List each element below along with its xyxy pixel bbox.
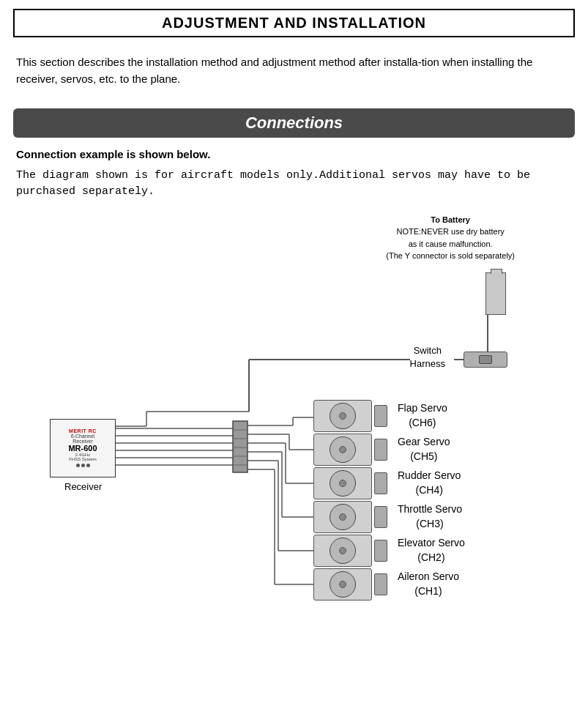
servo-aileron-horn (330, 571, 356, 598)
servo-gear-connector (374, 439, 387, 461)
servo-throttle-connector (374, 506, 387, 528)
servo-elevator-horn (330, 538, 356, 564)
receiver-component: MERIT RC 6-Channel Receiver MR-600 2.4GH… (50, 419, 116, 477)
battery-note-title: To Battery (386, 214, 515, 226)
connection-example-label: Connection example is shown below. (16, 148, 572, 160)
receiver-dot-3 (86, 464, 90, 467)
receiver-system: FHSS System (69, 457, 97, 461)
servo-aileron: Aileron Servo (CH1) (313, 568, 459, 601)
section-title: Connections (13, 114, 575, 133)
servo-throttle: Throttle Servo (CH3) (313, 501, 462, 533)
diagram-note: The diagram shown is for aircraft models… (16, 168, 572, 201)
servo-elevator: Elevator Servo (CH2) (313, 535, 465, 567)
battery-note-line3: (The Y connector is sold separately) (386, 250, 515, 262)
servo-aileron-label: Aileron Servo (CH1) (398, 570, 459, 598)
page-title: ADJUSTMENT AND INSTALLATION (15, 15, 573, 31)
servo-throttle-label: Throttle Servo (CH3) (398, 502, 462, 531)
servo-throttle-horn (330, 504, 356, 530)
servo-rudder-horn (330, 470, 356, 497)
servo-aileron-horn-center (339, 581, 346, 588)
receiver-indicators (76, 464, 90, 467)
servo-gear-body (313, 434, 372, 466)
servo-throttle-body (313, 501, 372, 533)
servo-elevator-body (313, 535, 372, 567)
intro-text: This section describes the installation … (16, 53, 572, 88)
servo-elevator-horn-center (339, 547, 346, 554)
receiver-brand: MERIT RC (69, 428, 97, 434)
servo-aileron-connector (374, 573, 387, 595)
switch-harness-line1: Switch (410, 344, 445, 357)
svg-rect-10 (233, 421, 248, 472)
servo-flap: Flap Servo (CH6) (313, 400, 447, 432)
battery-note-line1: NOTE:NEVER use dry battery (386, 226, 515, 238)
receiver-dot-2 (81, 464, 85, 467)
switch-harness-line2: Harness (410, 357, 445, 371)
page-header: ADJUSTMENT AND INSTALLATION (13, 9, 575, 37)
battery-component (485, 272, 506, 315)
servo-gear: Gear Servo (CH5) (313, 434, 450, 466)
receiver-dot-1 (76, 464, 80, 467)
receiver-inner: MERIT RC 6-Channel Receiver MR-600 2.4GH… (51, 420, 115, 477)
servo-rudder-body (313, 467, 372, 499)
battery-note: To Battery NOTE:NEVER use dry battery as… (386, 214, 515, 262)
switch-harness-label: Switch Harness (410, 344, 445, 371)
servo-flap-label: Flap Servo (CH6) (398, 401, 447, 430)
diagram-area: To Battery NOTE:NEVER use dry battery as… (0, 214, 588, 595)
servo-flap-horn-center (339, 412, 346, 420)
servo-flap-horn (330, 403, 356, 429)
servo-flap-connector (374, 405, 387, 427)
receiver-model: MR-600 (68, 444, 97, 453)
battery-note-line2: as it cause malfunction. (386, 238, 515, 250)
servo-gear-label: Gear Servo (CH5) (398, 435, 450, 464)
servo-gear-horn-center (339, 446, 346, 453)
servo-flap-body (313, 400, 372, 432)
section-header: Connections (13, 108, 575, 138)
receiver-line1: 6-Channel (71, 434, 94, 439)
servo-rudder: Rudder Servo (CH4) (313, 467, 461, 499)
servo-gear-horn (330, 436, 356, 463)
servo-aileron-body (313, 568, 372, 601)
receiver-line2: Receiver (72, 439, 93, 444)
servo-rudder-horn-center (339, 480, 346, 487)
servo-throttle-horn-center (339, 513, 346, 521)
servo-rudder-connector (374, 472, 387, 494)
switch-harness-component (464, 352, 507, 368)
servo-rudder-label: Rudder Servo (CH4) (398, 469, 461, 497)
receiver-label: Receiver (64, 481, 102, 492)
servo-elevator-connector (374, 540, 387, 562)
servo-elevator-label: Elevator Servo (CH2) (398, 536, 465, 565)
